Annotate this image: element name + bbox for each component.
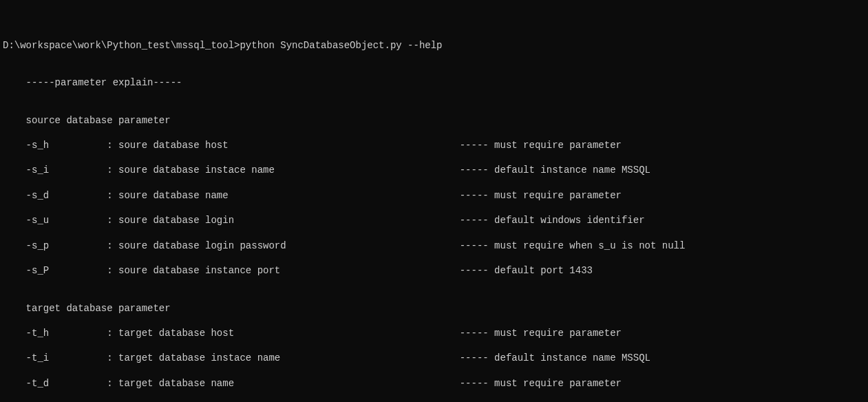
output-line: target database parameter (3, 302, 865, 315)
output-line: -t_i : target database instace name ----… (3, 352, 865, 364)
output-line: -s_i : soure database instace name -----… (3, 164, 865, 176)
output-line: -s_h : soure database host ----- must re… (3, 139, 865, 151)
output-line: -s_d : soure database name ----- must re… (3, 189, 865, 202)
output-line: -s_P : soure database instance port ----… (3, 264, 865, 277)
output-line: -s_p : soure database login password ---… (3, 240, 865, 252)
output-line: -s_u : soure database login ----- defaul… (3, 214, 865, 226)
output-line: -t_h : target database host ----- must r… (3, 327, 865, 339)
prompt-line[interactable]: D:\workspace\work\Python_test\mssql_tool… (3, 39, 865, 52)
output-line: -t_d : target database name ----- must r… (3, 377, 865, 390)
output-line: -----parameter explain----- (3, 76, 865, 89)
output-line: source database parameter (3, 114, 865, 127)
